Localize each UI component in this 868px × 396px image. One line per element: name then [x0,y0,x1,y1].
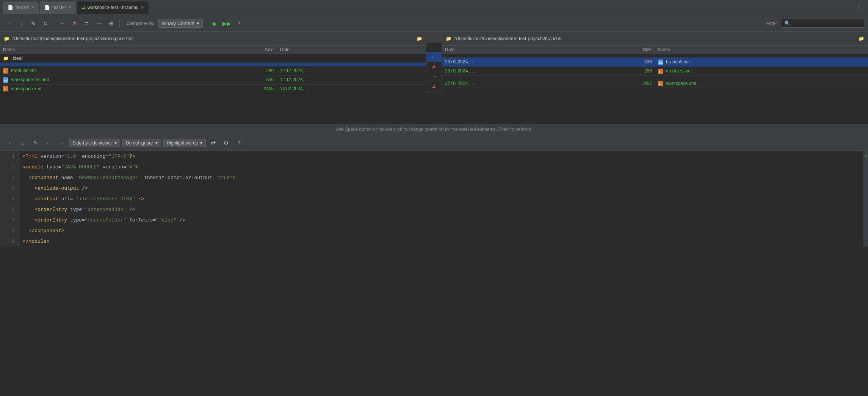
side-by-side-dropdown[interactable]: Side-by-side viewer ▾ [69,139,120,147]
line-number: 7 [0,215,19,225]
highlight-dropdown[interactable]: Highlight words ▾ [163,139,206,147]
left-path-folder-btn[interactable]: 📁 [417,36,422,41]
tab-label-2: test.txt [52,5,66,10]
folder-icon: 📁 [3,56,9,61]
left-path: /Users/lukasz/Code/gitworktree-test-proj… [13,36,133,41]
diff-icon: ⇄ [81,5,85,10]
svg-text:x: x [659,82,661,86]
toolbar-separator-3 [206,19,206,28]
svg-text:x: x [4,70,6,73]
svg-text:x: x [659,70,661,74]
file-name-cell-r [655,75,868,79]
file-name-cell: iml workspace-test.iml [0,75,213,84]
file-date-cell-r: 23.01.2024, ... [442,58,591,67]
file-size-cell-r: 336 [591,58,655,67]
file-name-cell-r [655,54,868,58]
diff-nav-up-button[interactable]: ↑ [5,138,15,148]
table-row[interactable] [442,75,868,79]
table-row[interactable]: 23.01.2024, ... 336 iml branch5.iml [442,58,868,67]
table-row[interactable] [442,54,868,58]
tab-workspace-branch5[interactable]: ⇄ workspace-test - branch5 ✕ [77,2,149,14]
status-message: Use Space button or mouse click to chang… [336,127,533,132]
viewer-label: Side-by-side viewer [72,140,112,146]
file-name-cell: x workspace.xml [0,84,213,93]
edit-button[interactable]: ✎ [28,18,39,29]
tab-test-txt-2[interactable]: 📄 test.txt ✕ [40,2,76,14]
col-name-right: Name [655,46,868,54]
tab-close-2[interactable]: ✕ [68,5,72,10]
file-name-cell [0,63,213,66]
iml-icon: iml [3,77,9,82]
table-row[interactable]: 27.01.2024, ... 1957 x workspace.xml [442,79,868,88]
navigate-up-button[interactable]: ↑ [4,18,14,29]
play-fast-button[interactable]: ▶▶ [221,18,232,29]
file-name-cell: 📁 .idea/ [0,54,213,63]
refresh-button[interactable]: ↻ [40,18,51,29]
diff-back-button[interactable]: ← [43,138,54,148]
tab-label: test.txt [16,5,29,10]
file-date-cell: 14.02.2024, ... [277,84,426,93]
help-button[interactable]: ? [233,18,244,29]
table-row[interactable]: iml workspace-test.iml 336 12.12.2023, .… [0,75,426,84]
right-scrollbar[interactable]: ✓ [863,151,868,247]
right-file-panel: 📁 /Users/lukasz/Code/gitworktree-test-pr… [442,32,868,93]
equal-button[interactable]: = [81,18,92,29]
table-row[interactable]: 23.01.2024, ... 266 x modules.xml [442,66,868,75]
arrow-left-button[interactable]: ← [57,18,68,29]
table-row[interactable]: x modules.xml 280 12.12.2023, ... [0,66,426,75]
tab-more-button[interactable]: ⋮ [853,4,865,11]
line-numbers: 1 2 3 4 5 6 7 8 9 [0,151,19,247]
line-number: 8 [0,225,19,236]
xml-icon2: x [3,86,9,91]
file-date-cell: 12.12.2023, ... [277,66,426,75]
file-date-cell-r: 23.01.2024, ... [442,66,591,75]
line-number: 9 [0,236,19,247]
right-path-folder-btn[interactable]: 📁 [859,36,864,41]
chevron-down-icon-2: ▾ [114,140,117,146]
file-date-cell-r [442,75,591,79]
line-number: 6 [0,204,19,215]
filter-input[interactable]: 🔍 [781,19,864,28]
code-content: <?xml version="1.0" encoding="UTF-8"?> <… [19,151,863,247]
ignore-dropdown[interactable]: Do not ignore ▾ [122,139,161,147]
file-date-cell: 12.12.2023, ... [277,75,426,84]
not-equal-button[interactable]: ≠ [69,18,80,29]
compare-by-dropdown[interactable]: Binary Content ▾ [158,19,203,28]
diff-nav-down-button[interactable]: ↓ [17,138,28,148]
xml-icon-r2: x [658,81,664,86]
code-line: </component> [23,225,860,236]
tab-close-3[interactable]: ✕ [141,5,144,10]
col-name-left: Name [0,46,213,54]
table-row[interactable]: 📁 .idea/ [0,54,426,63]
code-line: <?xml version="1.0" encoding="UTF-8"?> [23,151,860,162]
table-row[interactable] [0,63,426,66]
file-date-cell [277,63,426,66]
navigate-down-button[interactable]: ↓ [16,18,27,29]
copy-button[interactable]: ⊕ [106,18,116,29]
line-number: 2 [0,162,19,172]
diff-edit-button[interactable]: ✎ [30,138,41,148]
file-icon: 📄 [8,5,13,10]
right-file-table: Date Size Name 23.01.2024, ... 336 [442,46,868,88]
diff-forward-button[interactable]: → [56,138,67,148]
right-path: /Users/lukasz/Code/gitworktree-test-proj… [454,36,561,41]
file-size-cell: 2435 [213,84,277,93]
empty-space [0,93,868,124]
table-row[interactable]: x workspace.xml 2435 14.02.2024, ... [0,84,426,93]
file-size-cell-r [591,54,655,58]
sync-button[interactable]: ⇄ [208,138,219,148]
diff-help-button[interactable]: ? [234,138,244,148]
filter-section: Filter: 🔍 [766,19,865,28]
arrow-right-button[interactable]: → [94,18,104,29]
file-date-cell [277,54,426,63]
tab-close-1[interactable]: ✕ [31,5,34,10]
file-name-cell-r: iml branch5.iml [655,58,868,67]
line-number: 3 [0,172,19,183]
tab-test-txt-1[interactable]: 📄 test.txt ✕ [3,2,39,14]
svg-text:iml: iml [659,61,663,64]
right-folder-icon: 📁 [446,36,451,41]
settings-button[interactable]: ⚙ [221,138,232,148]
line-number: 4 [0,183,19,193]
play-button[interactable]: ▶ [209,18,220,29]
col-size-right: Size [591,46,655,54]
